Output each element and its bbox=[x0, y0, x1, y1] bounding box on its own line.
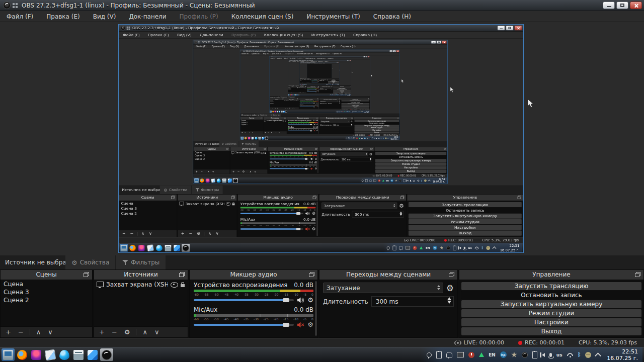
scenes-list[interactable]: Сцена Сцена 3 Сцена 2 bbox=[119, 201, 177, 230]
obs-tray-icon[interactable] bbox=[446, 246, 450, 250]
visibility-eye-icon[interactable] bbox=[171, 282, 178, 288]
popout-icon[interactable] bbox=[264, 148, 266, 150]
taskbar-clock[interactable]: 22:51 16.07.25 г. bbox=[364, 111, 369, 113]
taskbar-media-launcher[interactable] bbox=[137, 244, 145, 252]
slider-handle[interactable] bbox=[313, 107, 314, 107]
move-source-up-button[interactable]: ∧ bbox=[275, 131, 277, 134]
tray-expand-chevron-icon[interactable] bbox=[388, 137, 389, 139]
taskbar-torrent-app[interactable] bbox=[155, 244, 163, 252]
volume-slider[interactable] bbox=[270, 158, 309, 159]
source-list-item[interactable]: Захват экрана (XSHM) bbox=[284, 100, 299, 102]
start-virtual-camera-button[interactable]: Запустить виртуальную камеру bbox=[355, 125, 399, 127]
taskbar-clock[interactable]: 22:51 16.07.25 г. bbox=[347, 94, 350, 96]
duration-spinbox[interactable]: 300 ms bbox=[371, 296, 454, 307]
filters-button[interactable]: Фильтры bbox=[192, 186, 223, 195]
updates-arrow-icon[interactable] bbox=[359, 138, 360, 139]
transition-select[interactable]: Затухание bbox=[320, 101, 339, 102]
volume-slider[interactable] bbox=[240, 213, 303, 214]
filters-button[interactable]: Фильтры bbox=[116, 255, 166, 269]
close-button[interactable] bbox=[396, 50, 399, 52]
spin-arrows-icon[interactable] bbox=[339, 103, 340, 104]
speaker-muted-icon[interactable] bbox=[310, 167, 313, 170]
speaker-icon[interactable] bbox=[310, 158, 313, 160]
keyboard-layout-indicator[interactable]: us bbox=[468, 246, 472, 249]
screen-capture-source[interactable] bbox=[307, 64, 332, 78]
move-scene-up-button[interactable]: ∧ bbox=[139, 230, 146, 237]
speaker-muted-icon[interactable] bbox=[305, 227, 310, 231]
start-virtual-camera-button[interactable]: Запустить виртуальную камеру bbox=[375, 159, 446, 162]
studio-mode-button[interactable]: Режим студии bbox=[375, 162, 446, 165]
scene-item[interactable]: Сцена 2 bbox=[270, 103, 284, 104]
volume-icon[interactable] bbox=[354, 111, 354, 112]
add-scene-button[interactable]: + bbox=[120, 230, 127, 237]
slider-handle[interactable] bbox=[283, 298, 289, 302]
menu-scene-collection[interactable]: Коллекция сцен (S) bbox=[282, 44, 311, 49]
start-streaming-button[interactable]: Запустить трансляцию bbox=[375, 152, 446, 155]
transition-gear-icon[interactable]: ⚙ bbox=[369, 152, 372, 156]
volume-icon[interactable] bbox=[407, 180, 408, 182]
mixer-scrollbar[interactable] bbox=[316, 202, 318, 236]
bluetooth-icon[interactable]: ᛒ bbox=[383, 137, 384, 139]
taskbar-computer-launcher[interactable] bbox=[2, 348, 15, 361]
volume-icon[interactable] bbox=[459, 246, 461, 249]
visibility-eye-icon[interactable] bbox=[296, 100, 297, 101]
remove-source-button[interactable]: − bbox=[109, 327, 120, 337]
duration-spinbox[interactable]: 300 ms bbox=[340, 157, 372, 161]
volume-slider[interactable] bbox=[240, 228, 303, 230]
menu-tools[interactable]: Инструменты (T) bbox=[312, 44, 338, 49]
scenes-list[interactable]: Сцена Сцена 3 Сцена 2 bbox=[194, 151, 230, 169]
wifi-icon[interactable] bbox=[344, 95, 344, 95]
taskbar-file-manager[interactable] bbox=[258, 137, 261, 140]
language-indicator[interactable]: EN bbox=[361, 138, 363, 139]
taskbar-clock[interactable]: 22:51 16.07.25 г. bbox=[607, 348, 638, 361]
taskbar-blue-app[interactable] bbox=[262, 137, 265, 140]
bluetooth-icon[interactable]: ᛒ bbox=[481, 246, 484, 250]
studio-mode-button[interactable]: Режим студии bbox=[461, 309, 641, 317]
mixer-dock-header[interactable]: Микшер аудио bbox=[268, 147, 318, 151]
network-globe-icon[interactable] bbox=[361, 111, 362, 112]
menu-file[interactable]: Файл (F) bbox=[119, 32, 144, 39]
visibility-eye-icon[interactable] bbox=[282, 120, 284, 122]
updates-arrow-icon[interactable] bbox=[335, 95, 336, 95]
move-scene-down-button[interactable]: ∨ bbox=[211, 169, 215, 173]
sources-list[interactable]: Захват экрана (XSHM) bbox=[94, 280, 188, 326]
keyboard-layout-indicator[interactable]: us bbox=[356, 111, 357, 112]
taskbar-media-launcher[interactable] bbox=[205, 178, 210, 183]
maximize-button[interactable] bbox=[506, 26, 513, 30]
scene-item[interactable]: Сцена bbox=[1, 280, 92, 288]
start-streaming-button[interactable]: Запустить трансляцию bbox=[461, 282, 641, 290]
move-scene-up-button[interactable]: ∧ bbox=[249, 131, 251, 134]
move-source-down-button[interactable]: ∨ bbox=[151, 327, 163, 337]
volume-slider[interactable] bbox=[194, 324, 294, 326]
move-source-down-button[interactable]: ∨ bbox=[214, 230, 221, 237]
menu-docks[interactable]: Док-панели bbox=[196, 32, 227, 39]
taskbar-obs-window[interactable] bbox=[100, 348, 113, 361]
updates-arrow-icon[interactable] bbox=[344, 111, 345, 112]
screen-capture-source[interactable]: OBS 27.2.3+dfsg1-1 (linux) - Профиль: Бе… bbox=[118, 24, 524, 253]
transitions-dock-header[interactable]: Переходы между сценами bbox=[319, 195, 406, 201]
maximize-button[interactable] bbox=[437, 41, 441, 44]
transition-select[interactable]: Затухание bbox=[323, 283, 443, 293]
lock-icon[interactable] bbox=[265, 152, 266, 153]
menu-edit[interactable]: Правка (E) bbox=[209, 44, 227, 49]
channel-gear-icon[interactable]: ⚙ bbox=[307, 322, 313, 328]
channel-gear-icon[interactable]: ⚙ bbox=[307, 297, 313, 303]
controls-dock-header[interactable]: Управление bbox=[459, 270, 643, 280]
popout-icon[interactable] bbox=[370, 148, 372, 150]
scenes-list[interactable]: Сцена Сцена 3 Сцена 2 bbox=[270, 100, 284, 107]
channel-gear-icon[interactable]: ⚙ bbox=[312, 227, 315, 231]
menu-help[interactable]: Справка (H) bbox=[349, 32, 381, 39]
slider-handle[interactable] bbox=[296, 212, 300, 215]
title-bar[interactable]: OBS 27.2.3+dfsg1-1 (linux) - Профиль: Бе… bbox=[119, 25, 523, 32]
menu-docks[interactable]: Док-панели bbox=[122, 11, 173, 22]
popout-icon[interactable] bbox=[316, 118, 318, 119]
taskbar-images-app[interactable] bbox=[292, 94, 294, 95]
popout-icon[interactable] bbox=[226, 148, 228, 150]
language-indicator[interactable]: EN bbox=[336, 95, 336, 95]
popout-icon[interactable] bbox=[444, 148, 446, 150]
battery-icon[interactable] bbox=[372, 137, 373, 139]
speaker-muted-icon[interactable] bbox=[297, 322, 304, 328]
popout-icon[interactable] bbox=[351, 118, 353, 119]
taskbar-clock[interactable]: 22:51 16.07.25 г. bbox=[500, 244, 520, 252]
screen-capture-source[interactable]: OBS 27.2.3+dfsg1-1 (linux) - Профиль: Бе… bbox=[193, 40, 448, 184]
